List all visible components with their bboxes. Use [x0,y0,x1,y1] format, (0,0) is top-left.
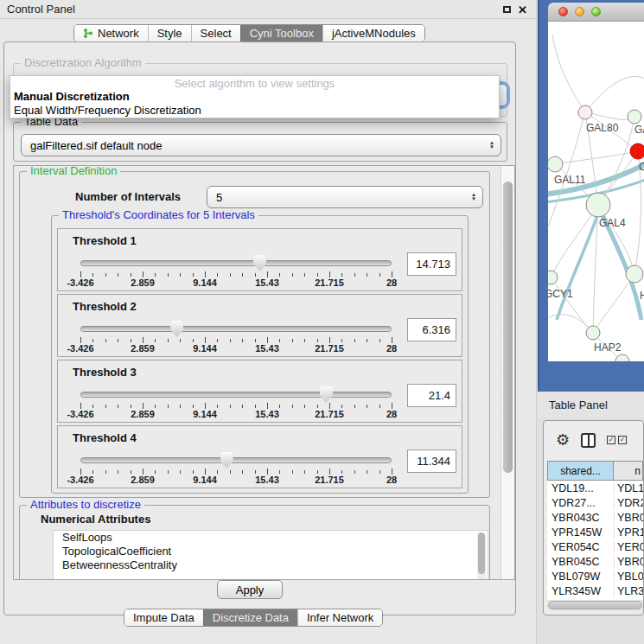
tab-label: jActiveMNodules [332,27,416,40]
attributes-list-scrollbar[interactable] [477,532,486,580]
algorithm-option[interactable]: Manual Discretization [10,90,499,104]
attribute-item[interactable]: BetweennessCentrality [54,558,488,572]
threshold-value-field[interactable]: 11.344 [407,450,456,473]
apply-button[interactable]: Apply [217,580,283,599]
table-row[interactable]: YPR145WYPR1 [547,525,643,539]
table-data-combobox[interactable]: galFiltered.sif default node ▲▼ [21,134,501,156]
slider-tick [80,403,81,409]
slider-tick [80,271,81,277]
threshold-coordinates-group: Threshold's Coordinates for 5 Intervals … [51,215,469,494]
slider-tick [92,339,93,342]
numerical-attributes-list[interactable]: SelfLoopsTopologicalCoefficientBetweenne… [53,530,488,580]
tab-select[interactable]: Select [191,25,240,41]
threshold-slider-track[interactable] [80,326,392,332]
threshold-slider-track[interactable] [80,457,392,463]
slider-tick [392,337,392,343]
network-node[interactable] [628,110,641,124]
network-view-canvas[interactable]: GAL80GACGAL11GAL4GCY1HHAP2 [548,22,644,361]
attribute-item[interactable]: TopologicalCoefficient [54,545,488,558]
slider-tick [168,273,169,277]
threshold-slider-track[interactable] [80,260,392,266]
settings-vertical-scrollbar-thumb[interactable] [503,182,513,473]
threshold-slider-thumb[interactable] [220,452,233,469]
network-node[interactable] [586,326,600,340]
slider-tick [329,403,330,409]
tab-network[interactable]: Network [74,25,148,41]
tab-cyni-toolbox[interactable]: Cyni Toolbox [240,25,322,41]
slider-tick [367,470,367,474]
slider-tick [317,470,318,474]
slider-tick [180,405,181,408]
table-row[interactable]: YBL079WYBL0 [547,569,643,583]
slider-tick [155,339,156,342]
slider-tick [155,273,156,277]
column-header-shared-name[interactable]: shared... [547,461,614,481]
slider-tick [217,470,218,474]
control-panel-window: Control Panel ✕ NetworkStyleSelectCyni T… [0,0,537,644]
tab-discretize-data[interactable]: Discretize Data [203,609,297,626]
tab-jactivemnodules[interactable]: jActiveMNodules [322,25,424,41]
threshold-value-field[interactable]: 6.316 [407,318,456,341]
slider-tick [105,273,106,277]
tab-impute-data[interactable]: Impute Data [124,609,203,626]
float-window-icon[interactable] [503,6,511,13]
threshold-slider-thumb[interactable] [170,321,183,337]
network-node[interactable] [578,105,592,119]
table-row[interactable]: YLR345WYLR3 [547,583,643,598]
slider-tick [168,405,169,408]
slider-tick [329,271,330,277]
gear-icon[interactable]: ⚙ [556,432,570,448]
slider-tick [354,339,355,342]
table-row[interactable]: YDL19...YDL1 [547,481,643,495]
threshold-slider-thumb[interactable] [253,255,266,271]
table-row[interactable]: YBR045CYBR0 [547,554,643,569]
table-horizontal-scrollbar-thumb[interactable] [548,601,642,609]
attributes-list-scrollbar-thumb[interactable] [478,532,485,574]
tab-infer-network[interactable]: Infer Network [297,609,382,626]
slider-tick [155,470,156,474]
close-window-icon[interactable]: ✕ [518,4,527,16]
tab-label: Style [157,27,182,40]
algorithm-option[interactable]: Equal Width/Frequency Discretization [10,104,499,118]
slider-tick [230,273,231,277]
mac-close-button[interactable] [558,7,568,16]
slider-tick [392,403,392,409]
threshold-slider-track[interactable] [80,392,392,398]
slider-tick [279,470,280,474]
network-node[interactable] [548,156,563,172]
table-row[interactable]: YER054CYER0 [547,539,643,554]
table-row[interactable]: YDR27...YDR2 [547,495,643,510]
threshold-slider-thumb[interactable] [320,386,333,403]
threshold-value-field[interactable]: 21.4 [407,384,456,407]
network-node[interactable] [626,265,643,283]
num-intervals-combobox[interactable]: 5 ▲▼ [207,186,483,208]
cell-shared-name: YDR27... [547,497,614,509]
split-columns-icon[interactable] [581,433,596,448]
slider-tick [143,469,143,475]
settings-vertical-scrollbar[interactable] [501,166,514,579]
select-columns-icon[interactable]: ✓ ✓ [607,436,627,444]
attribute-item[interactable]: SelfLoops [54,531,488,545]
slider-tick [255,273,256,277]
slider-tick [205,403,206,409]
network-node[interactable] [586,193,610,217]
mac-minimize-button[interactable] [575,7,584,16]
network-node[interactable] [630,143,644,159]
table-row[interactable]: YBR043CYBR0 [547,510,643,525]
threshold-value-field[interactable]: 14.713 [407,252,456,276]
slider-tick [255,339,256,342]
threshold-label: Threshold 4 [73,431,137,444]
network-node[interactable] [548,271,558,284]
mac-zoom-button[interactable] [591,7,601,16]
slider-tick [131,405,131,408]
cell-shared-name: YDL19... [547,482,614,494]
column-header-name[interactable]: n [614,461,643,481]
slider-scale-label: 15.43 [255,343,279,354]
slider-tick [193,470,194,474]
network-window-titlebar[interactable] [548,3,644,22]
slider-tick [180,273,181,277]
network-node[interactable] [615,354,629,361]
tab-style[interactable]: Style [148,25,191,41]
table-horizontal-scrollbar[interactable] [547,600,643,611]
slider-tick [217,273,218,277]
